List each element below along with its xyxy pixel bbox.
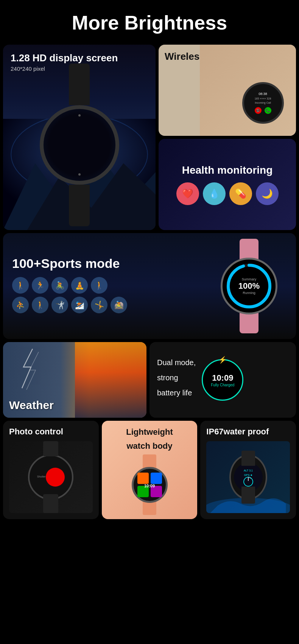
sport-icon-walk: 🚶 [12,277,29,294]
battery-text-line1: Dual mode, [157,357,196,368]
blood-oxygen-icon: 💧 [203,182,226,205]
shutter-label: Shutter [37,475,46,478]
wireless-cell: Wireless call 08:38 185 ×××× 328 Incomin… [159,45,296,136]
sport-icon-bike: 🚴 [51,277,68,294]
sport-icon-yoga: 🧘 [71,277,88,294]
row-4: Photo control Shutter Lightweight watch … [3,421,296,519]
weather-title: Weather [9,399,54,412]
sports-title: 100+Sports mode [12,256,205,271]
battery-cell: Dual mode, strong battery life ⚡ 10:09 F… [150,342,296,418]
display-cell: 1.28 HD display screen 240*240 pixel [3,45,156,230]
sport-icon-walk2: 🚶 [91,277,107,294]
battery-text-line3: battery life [157,387,196,398]
lightning-icon [7,346,52,391]
lightweight-title: Lightweight watch body [108,427,192,454]
sports-cell: 100+Sports mode 🚶 🏃 🚴 🧘 🚶 ⛹️ 🚶 🤺 ⛷️ 🤸 🚵 [3,233,296,339]
battery-status: Fully Charged [211,383,234,387]
lightweight-watch: 10:09 [108,454,192,515]
photo-watch-face: Shutter [28,454,73,500]
sports-watch: Summary 100% Running [211,239,287,333]
weather-cell: Weather [3,342,146,418]
photo-title: Photo control [9,427,93,437]
battery-text-block: Dual mode, strong battery life [157,357,196,403]
ip67-band-top [241,451,255,466]
health-cell: Health monitoring ❤️ 💧 💊 🌙 [159,139,296,230]
health-icons-row: ❤️ 💧 💊 🌙 [166,182,288,205]
sports-watch-info: Summary 100% Running [238,277,260,295]
sport-icon-run: 🏃 [32,277,48,294]
photo-watch-band-top [43,441,58,456]
sports-watch-face: Summary 100% Running [221,258,277,314]
row-1: 1.28 HD display screen 240*240 pixel [3,45,296,230]
battery-time: 10:09 [212,373,233,383]
svg-text:10:09: 10:09 [144,484,154,488]
watch-illustration [40,64,119,226]
ip67-title: IP67water proof [206,427,290,437]
sunset-bg [75,342,147,418]
page-title: More Brightness [0,0,299,42]
svg-rect-8 [151,473,162,484]
sports-icons-row1: 🚶 🏃 🚴 🧘 🚶 [12,277,205,294]
svg-rect-7 [137,473,149,484]
summary-label: Summary [242,277,257,281]
main-grid: 1.28 HD display screen 240*240 pixel [0,42,299,522]
heart-rate-icon: ❤️ [176,182,199,205]
wireless-watch: 08:38 185 ×××× 328 Incoming Call 📵 📞 [234,73,292,132]
lightweight-cell: Lightweight watch body [102,421,198,519]
sports-percent: 100% [238,281,260,291]
battery-bolt-icon: ⚡ [218,356,227,364]
sport-icon-hike: 🚶 [32,297,48,313]
svg-text:GPS ★: GPS ★ [244,474,252,476]
photo-bg: Shutter [9,441,93,513]
sport-icon-mtb: 🚵 [111,297,127,313]
sport-icon-martial: 🤺 [51,297,68,313]
battery-content: Dual mode, strong battery life ⚡ 10:09 F… [157,357,288,403]
ip67-band-bottom [241,487,255,504]
lightweight-watch-container: 10:09 [131,454,168,515]
sport-icon-ball: ⛹️ [12,297,29,313]
sports-icons-row2: ⛹️ 🚶 🤺 ⛷️ 🤸 🚵 [12,297,205,313]
shutter-button-icon [46,468,65,487]
row-3: Weather Dual mode, strong battery life ⚡… [3,342,296,418]
battery-circle: ⚡ 10:09 Fully Charged [202,359,243,401]
health-plus-icon: 💊 [229,182,252,205]
right-column: Wireless call 08:38 185 ×××× 328 Incomin… [159,45,296,230]
ip67-watch-container: ALT 3.1 GPS ★ [229,451,267,504]
photo-watch-band-bottom [43,494,58,513]
ip67-cell: IP67water proof ALT 3.1 GPS ★ [200,421,296,519]
sleep-icon: 🌙 [256,182,279,205]
battery-text-line2: strong [157,372,196,383]
health-title: Health monitoring [166,164,288,176]
sport-icon-gymnastics: 🤸 [91,297,107,313]
photo-cell: Photo control Shutter [3,421,99,519]
running-label: Running [243,291,255,295]
lightweight-watch-face: 10:09 [132,467,168,503]
sport-icon-ski: ⛷️ [71,297,88,313]
display-title: 1.28 HD display screen [11,52,148,64]
lightweight-title-line2: watch body [108,441,192,452]
lightweight-watch-display: 10:09 [135,471,164,499]
ip67-bg: ALT 3.1 GPS ★ [206,441,290,513]
lightweight-title-line1: Lightweight [108,427,192,438]
sports-left-content: 100+Sports mode 🚶 🏃 🚴 🧘 🚶 ⛹️ 🚶 🤺 ⛷️ 🤸 🚵 [12,256,205,316]
svg-text:ALT 3.1: ALT 3.1 [244,469,253,472]
